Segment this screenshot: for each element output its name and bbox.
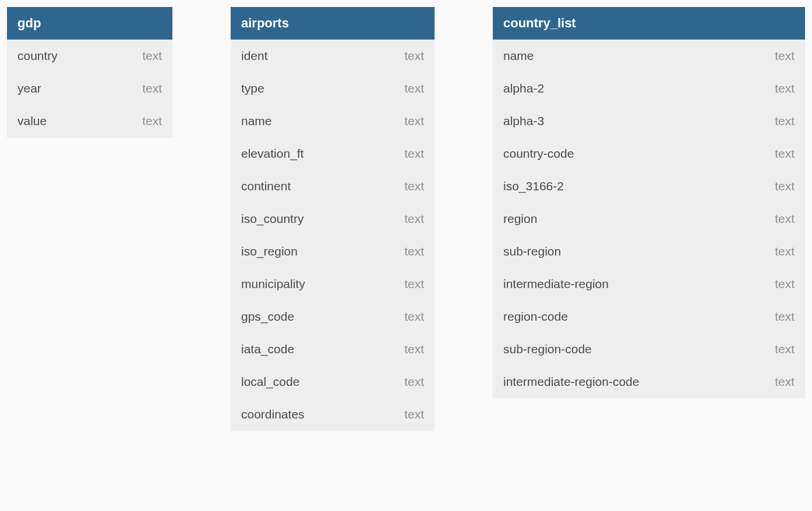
column-type: text <box>142 114 162 128</box>
column-type: text <box>775 81 795 95</box>
column-name: elevation_ft <box>241 147 303 161</box>
column-type: text <box>775 114 795 128</box>
column-row: iata_code text <box>231 333 435 365</box>
column-name: ident <box>241 49 268 63</box>
column-type: text <box>404 342 424 356</box>
column-type: text <box>775 212 795 226</box>
column-name: coordinates <box>241 407 305 421</box>
column-row: alpha-2 text <box>493 72 805 105</box>
column-name: gps_code <box>241 310 294 324</box>
column-name: iso_3166-2 <box>503 179 564 193</box>
column-name: alpha-2 <box>503 81 544 95</box>
column-name: iata_code <box>241 342 294 356</box>
column-name: intermediate-region-code <box>503 375 639 389</box>
column-name: intermediate-region <box>503 277 609 291</box>
column-type: text <box>775 277 795 291</box>
column-row: gps_code text <box>231 300 435 333</box>
column-type: text <box>404 407 424 421</box>
column-row: year text <box>7 72 172 105</box>
column-row: region text <box>493 203 805 235</box>
column-row: type text <box>231 72 435 105</box>
column-row: alpha-3 text <box>493 105 805 137</box>
table-header: country_list <box>493 7 805 40</box>
column-type: text <box>142 49 162 63</box>
column-name: value <box>17 114 47 128</box>
column-type: text <box>775 244 795 258</box>
column-row: value text <box>7 105 172 137</box>
column-type: text <box>404 244 424 258</box>
column-type: text <box>775 310 795 324</box>
table-card-gdp: gdp country text year text value text <box>7 7 172 137</box>
column-name: name <box>503 49 534 63</box>
column-name: sub-region <box>503 244 561 258</box>
column-type: text <box>775 147 795 161</box>
column-type: text <box>404 49 424 63</box>
column-type: text <box>404 212 424 226</box>
column-row: municipality text <box>231 268 435 300</box>
table-header: airports <box>231 7 435 40</box>
column-name: municipality <box>241 277 305 291</box>
column-type: text <box>404 179 424 193</box>
column-row: continent text <box>231 170 435 203</box>
column-row: sub-region text <box>493 235 805 268</box>
column-row: sub-region-code text <box>493 333 805 365</box>
table-card-country-list: country_list name text alpha-2 text alph… <box>493 7 805 398</box>
column-row: elevation_ft text <box>231 137 435 170</box>
column-name: local_code <box>241 375 299 389</box>
column-row: iso_3166-2 text <box>493 170 805 203</box>
column-row: local_code text <box>231 365 435 398</box>
column-row: region-code text <box>493 300 805 333</box>
column-name: iso_region <box>241 244 298 258</box>
column-row: coordinates text <box>231 398 435 431</box>
column-type: text <box>775 49 795 63</box>
column-name: region <box>503 212 537 226</box>
column-name: name <box>241 114 272 128</box>
column-row: intermediate-region-code text <box>493 365 805 398</box>
column-row: iso_region text <box>231 235 435 268</box>
column-row: ident text <box>231 40 435 72</box>
table-card-airports: airports ident text type text name text … <box>231 7 435 431</box>
column-row: intermediate-region text <box>493 268 805 300</box>
column-row: iso_country text <box>231 203 435 235</box>
column-type: text <box>142 81 162 95</box>
column-row: name text <box>493 40 805 72</box>
column-name: country <box>17 49 58 63</box>
column-type: text <box>404 147 424 161</box>
column-type: text <box>404 277 424 291</box>
column-type: text <box>404 310 424 324</box>
column-type: text <box>775 342 795 356</box>
column-row: country text <box>7 40 172 72</box>
column-row: country-code text <box>493 137 805 170</box>
column-type: text <box>775 179 795 193</box>
column-name: year <box>17 81 41 95</box>
column-name: country-code <box>503 147 574 161</box>
schema-canvas: gdp country text year text value text ai… <box>7 7 805 431</box>
column-name: sub-region-code <box>503 342 592 356</box>
column-name: alpha-3 <box>503 114 544 128</box>
column-name: continent <box>241 179 291 193</box>
table-header: gdp <box>7 7 172 40</box>
column-type: text <box>404 375 424 389</box>
column-row: name text <box>231 105 435 137</box>
column-type: text <box>404 81 424 95</box>
column-type: text <box>775 375 795 389</box>
column-name: iso_country <box>241 212 303 226</box>
column-name: region-code <box>503 310 568 324</box>
column-type: text <box>404 114 424 128</box>
column-name: type <box>241 81 264 95</box>
